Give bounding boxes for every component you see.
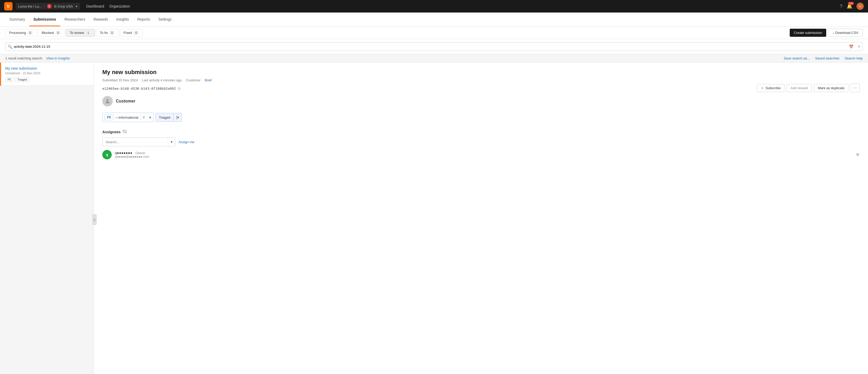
search-help-link[interactable]: Search help	[845, 56, 863, 60]
search-wrapper: 🔍 📅 ✕	[5, 42, 863, 51]
status-tab-to-fix-count: 0	[110, 31, 115, 35]
assignee-email: qa●●●●@●●●●●●●.com	[115, 155, 149, 159]
assignee-avatar: q	[102, 150, 112, 159]
status-tab-blocked-label: Blocked	[42, 31, 54, 35]
status-tab-processing-label: Processing	[9, 31, 26, 35]
assignees-section: Assignees ▾ Assign me q	[102, 129, 860, 159]
top-nav: b Luma the / Lu... / E E-Corp USA ▾ Dash…	[0, 0, 868, 12]
assign-me-link[interactable]: Assign me	[179, 140, 194, 144]
calendar-icon[interactable]: 📅	[849, 44, 854, 49]
detail-title: My new submission	[102, 69, 860, 76]
star-icon: ☆	[761, 86, 764, 90]
tab-summary[interactable]: Summary	[5, 12, 29, 26]
assignee-remove-button[interactable]: ✕	[856, 152, 860, 158]
svg-point-0	[106, 99, 108, 101]
tab-insights[interactable]: Insights	[112, 12, 133, 26]
help-icon[interactable]: ?	[840, 4, 842, 9]
nav-dashboard[interactable]: Dashboard	[86, 4, 104, 8]
customer-section: Customer	[102, 96, 860, 106]
submission-detail-panel: My new submission Submitted 15 Nov 2024 …	[94, 63, 868, 374]
tab-submissions[interactable]: Submissions	[29, 12, 60, 26]
priority-dropdown-icon[interactable]: ▾	[147, 114, 153, 121]
search-input[interactable]	[5, 42, 863, 51]
status-tag: Triaged	[15, 77, 29, 82]
tab-settings[interactable]: Settings	[154, 12, 176, 26]
submitted-date: Submitted 15 Nov 2024	[102, 78, 138, 82]
tab-researchers[interactable]: Researchers	[60, 12, 89, 26]
assignee-name: q●●●●●●● Owner	[115, 151, 149, 155]
create-submission-button[interactable]: Create submission	[790, 29, 826, 37]
panel-wrapper: My new submission Unclaimed · 15 Nov 202…	[0, 63, 868, 374]
top-nav-right: ? 🔔 169 U	[840, 3, 864, 10]
author: Customer	[186, 78, 200, 82]
assignee-dropdown-icon[interactable]: ▾	[168, 138, 175, 146]
status-tab-processing[interactable]: Processing 0	[5, 29, 37, 37]
status-tab-to-review-count: 1	[86, 31, 91, 35]
top-nav-links: Dashboard Organization	[86, 4, 130, 8]
logo[interactable]: b	[4, 2, 12, 10]
detail-uuid: e12465ee-b148-4530-b143-0f188b92a992 ⧉	[102, 86, 860, 91]
workspace-label: Luma the / Lu...	[18, 4, 42, 8]
more-actions-button[interactable]: ···	[850, 83, 860, 92]
customer-avatar	[102, 96, 113, 106]
subscribe-button[interactable]: ☆ Subscribe	[757, 84, 784, 92]
status-tab-fixed-label: Fixed	[124, 31, 132, 35]
notification-bell[interactable]: 🔔 169	[846, 3, 852, 9]
notification-count: 169	[848, 2, 854, 5]
brief-link[interactable]: Brief	[205, 78, 212, 82]
submission-meta: Unclaimed · 15 Nov 2024	[5, 71, 90, 75]
nav-organization[interactable]: Organization	[110, 4, 130, 8]
submission-list-item[interactable]: My new submission Unclaimed · 15 Nov 202…	[0, 63, 94, 86]
search-bar-container: 🔍 📅 ✕	[0, 39, 868, 54]
mark-duplicate-button[interactable]: Mark as duplicate	[814, 84, 848, 92]
status-label: Triaged	[156, 113, 174, 122]
search-clear-button[interactable]: ✕	[857, 44, 861, 49]
eye-off-icon	[123, 129, 127, 134]
status-tab-to-review[interactable]: To review 1	[66, 29, 95, 37]
results-info-bar: 1 result matching search · View in Insig…	[0, 54, 868, 63]
status-tab-fixed[interactable]: Fixed 0	[120, 29, 143, 37]
status-tab-blocked-count: 0	[55, 31, 61, 35]
breadcrumb-dropdown-icon[interactable]: ▾	[76, 4, 78, 8]
detail-right-actions: ☆ Subscribe Add reward Mark as duplicate…	[757, 83, 860, 92]
user-avatar[interactable]: U	[857, 3, 864, 10]
status-bar: Processing 0 Blocked 0 To review 1 To fi…	[0, 27, 868, 39]
customer-name: Customer	[116, 99, 135, 104]
submission-tags: P5 Triaged	[5, 77, 90, 82]
breadcrumb-separator: /	[44, 4, 45, 8]
download-csv-button[interactable]: ↓ Download CSV	[828, 29, 863, 37]
uuid-text: e12465ee-b148-4530-b143-0f188b92a992	[102, 87, 176, 91]
saved-searches-link[interactable]: Saved searches	[815, 56, 839, 60]
secondary-nav: Summary Submissions Researchers Rewards …	[0, 12, 868, 27]
tab-reports[interactable]: Reports	[133, 12, 154, 26]
view-in-insights-link[interactable]: View in Insights	[46, 56, 70, 60]
results-count: 1 result matching search	[5, 56, 42, 60]
status-tab-to-fix[interactable]: To fix 0	[96, 29, 119, 37]
priority-tag: P5	[5, 77, 13, 82]
priority-badge: P5	[105, 114, 113, 120]
detail-meta: Submitted 15 Nov 2024 · Last activity 4 …	[102, 78, 860, 82]
submission-list-panel: My new submission Unclaimed · 15 Nov 202…	[0, 63, 94, 374]
results-right-actions: Save search as... Saved searches Search …	[784, 56, 863, 60]
priority-clear-button[interactable]: ✕	[141, 114, 147, 121]
status-dropdown-icon[interactable]: |▾	[173, 113, 182, 122]
status-tab-to-fix-label: To fix	[100, 31, 108, 35]
save-search-link[interactable]: Save search as...	[784, 56, 810, 60]
status-bar-actions: Create submission ↓ Download CSV	[790, 29, 863, 37]
tab-rewards[interactable]: Rewards	[89, 12, 112, 26]
copy-icon[interactable]: ⧉	[178, 86, 181, 91]
assignees-header: Assignees	[102, 129, 860, 134]
status-tab-to-review-label: To review	[70, 31, 84, 35]
assignee-search-wrapper: ▾	[102, 137, 175, 146]
status-tab-blocked[interactable]: Blocked 0	[38, 29, 65, 37]
panel-collapse-toggle[interactable]: ⟨⟩	[92, 214, 97, 225]
priority-selector[interactable]: P5 —Informational ✕ ▾	[102, 113, 153, 122]
breadcrumb[interactable]: Luma the / Lu... / E E-Corp USA ▾	[16, 3, 80, 10]
submission-title: My new submission	[5, 66, 90, 70]
status-selector[interactable]: Triaged |▾	[156, 113, 182, 122]
assignees-label: Assignees	[102, 130, 121, 134]
assignee-search-input[interactable]	[102, 138, 168, 146]
assignee-search-row: ▾ Assign me	[102, 137, 860, 146]
add-reward-button[interactable]: Add reward	[786, 84, 812, 92]
selectors-row: P5 —Informational ✕ ▾ Triaged |▾	[102, 113, 860, 122]
